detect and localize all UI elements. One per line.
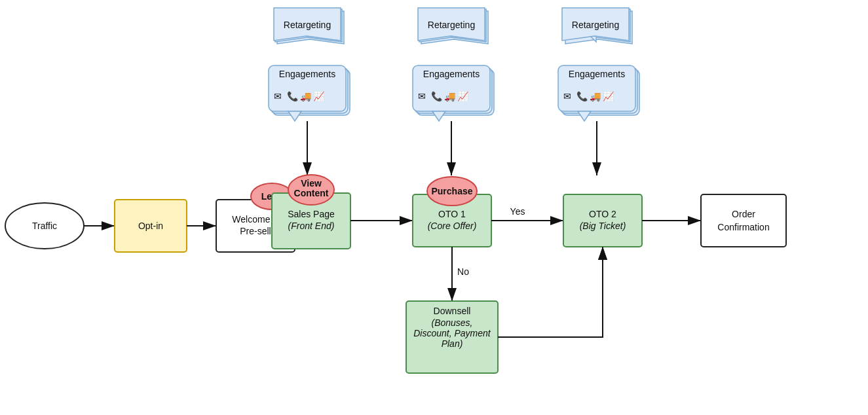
retargeting-flag-2: Retargeting	[418, 8, 488, 44]
oto2-node: OTO 2 (Big Ticket)	[563, 194, 642, 247]
downsell-node: Downsell (Bonuses, Discount, Payment Pla…	[406, 301, 498, 373]
svg-text:✉: ✉	[418, 91, 426, 101]
retargeting2-label: Retargeting	[428, 20, 475, 30]
oto2-label2: (Big Ticket)	[580, 221, 626, 231]
no-label: No	[457, 266, 469, 277]
retargeting-flag-3: Retargeting	[562, 8, 632, 44]
svg-text:📞: 📞	[431, 91, 443, 102]
engagements-group-3: Engagements ✉ 📞 🚚 📈	[558, 65, 639, 121]
optin-node: Opt-in	[115, 200, 187, 252]
svg-text:📞: 📞	[287, 91, 299, 102]
svg-marker-21	[578, 111, 591, 121]
engagements1-label: Engagements	[279, 69, 335, 79]
diagram: Retargeting Retargeting Retargeting Enga…	[0, 0, 868, 415]
yes-label: Yes	[510, 206, 525, 217]
optin-label: Opt-in	[138, 221, 163, 231]
oto2-label1: OTO 2	[589, 209, 616, 219]
svg-text:📞: 📞	[576, 91, 588, 102]
engagements-group-1: Engagements ✉ 📞 🚚 📈	[269, 65, 350, 121]
retargeting3-label: Retargeting	[572, 20, 619, 30]
svg-text:✉: ✉	[563, 91, 571, 101]
svg-text:🚚: 🚚	[590, 91, 601, 102]
svg-text:✉: ✉	[274, 91, 282, 101]
orderconfirm-node: Order Confirmation	[701, 194, 786, 247]
downsell-label3: Discount, Payment	[413, 328, 491, 338]
viewcontent-label1: View	[301, 178, 322, 189]
oto1-label1: OTO 1	[438, 209, 466, 219]
salespage-label2: (Front End)	[288, 221, 335, 231]
traffic-label: Traffic	[32, 221, 57, 231]
svg-text:📈: 📈	[603, 91, 614, 102]
svg-text:📈: 📈	[457, 91, 469, 102]
traffic-node: Traffic	[5, 203, 84, 249]
engagements-group-2: Engagements ✉ 📞 🚚 📈	[413, 65, 494, 121]
viewcontent-label2: Content	[294, 188, 329, 198]
viewcontent-badge: View Content	[288, 175, 334, 205]
oto1-label2: (Core Offer)	[428, 221, 477, 231]
purchase-badge: Purchase	[427, 177, 477, 206]
purchase-label: Purchase	[431, 186, 472, 196]
orderconfirm-label1: Order	[732, 209, 755, 219]
engagements2-label: Engagements	[423, 69, 480, 79]
svg-text:📈: 📈	[313, 91, 325, 102]
downsell-label1: Downsell	[434, 306, 471, 316]
svg-text:🚚: 🚚	[444, 91, 456, 102]
svg-marker-13	[432, 111, 445, 121]
svg-marker-5	[288, 111, 301, 121]
svg-text:🚚: 🚚	[300, 91, 312, 102]
retargeting-flag-1: Retargeting	[274, 8, 344, 44]
retargeting1-label: Retargeting	[284, 20, 331, 30]
engagements3-label: Engagements	[569, 69, 625, 79]
downsell-label4: Plan)	[442, 338, 463, 349]
welcome-label2: Pre-sell	[240, 226, 271, 236]
downsell-label2: (Bonuses,	[431, 317, 472, 328]
orderconfirm-label2: Confirmation	[717, 222, 769, 232]
salespage-label1: Sales Page	[288, 209, 335, 219]
svg-rect-45	[701, 194, 786, 247]
